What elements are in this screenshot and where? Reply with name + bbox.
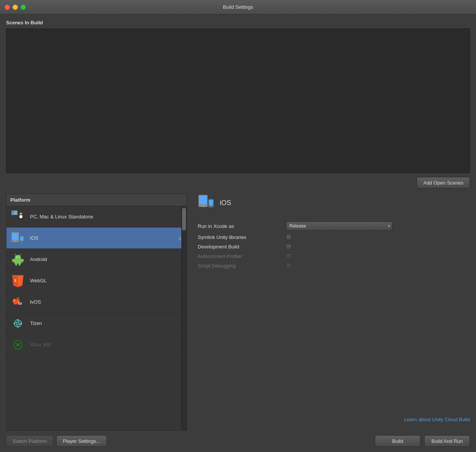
platform-panel: Platform bbox=[6, 194, 187, 447]
svg-rect-3 bbox=[14, 211, 17, 212]
window-title: Build Settings bbox=[223, 4, 253, 10]
setting-row-script-debug: Script Debugging bbox=[198, 263, 470, 269]
svg-rect-13 bbox=[12, 233, 18, 240]
svg-point-11 bbox=[21, 213, 22, 213]
scrollbar-thumb bbox=[182, 208, 186, 231]
tvos-icon: 🍎 tv bbox=[10, 294, 25, 310]
tizen-icon bbox=[10, 316, 25, 331]
svg-rect-40 bbox=[209, 200, 213, 205]
platform-item-tizen[interactable]: Tizen bbox=[6, 313, 187, 334]
symlink-label: Symlink Unity libraries bbox=[198, 234, 281, 240]
svg-rect-37 bbox=[199, 196, 207, 204]
script-debug-checkbox[interactable] bbox=[286, 263, 292, 269]
add-open-scenes-row: Add Open Scenes bbox=[6, 177, 470, 188]
add-open-scenes-button[interactable]: Add Open Scenes bbox=[417, 177, 470, 188]
run-in-xcode-select[interactable]: Debug Release bbox=[286, 221, 392, 231]
scenes-label: Scenes In Build bbox=[6, 20, 470, 25]
main-content: Scenes In Build Add Open Scenes Platform bbox=[0, 14, 476, 452]
setting-row-autoconnect: Autoconnect Profiler bbox=[198, 253, 470, 259]
ios-platform-name: iOS bbox=[30, 235, 38, 241]
platform-item-ios[interactable]: iOS ◁ bbox=[6, 228, 187, 249]
svg-point-10 bbox=[20, 213, 21, 213]
svg-rect-5 bbox=[14, 213, 17, 214]
dev-build-checkbox[interactable] bbox=[286, 244, 292, 250]
svg-point-21 bbox=[19, 256, 19, 257]
svg-point-38 bbox=[202, 205, 204, 207]
build-buttons-row: Build Build And Run bbox=[198, 435, 470, 447]
platform-item-tvos[interactable]: 🍎 tv tvOS bbox=[6, 291, 187, 313]
webgl-icon: 5 bbox=[10, 273, 25, 288]
build-button[interactable]: Build bbox=[375, 435, 420, 447]
pc-icon bbox=[10, 209, 25, 224]
run-in-xcode-select-wrapper: Debug Release bbox=[286, 221, 392, 231]
tizen-platform-name: Tizen bbox=[30, 320, 42, 326]
platform-item-pc[interactable]: PC, Mac & Linux Standalone bbox=[6, 206, 187, 228]
maximize-button[interactable] bbox=[21, 5, 26, 10]
svg-point-20 bbox=[16, 256, 17, 257]
build-and-run-button[interactable]: Build And Run bbox=[424, 435, 470, 447]
svg-point-19 bbox=[15, 255, 21, 259]
close-button[interactable] bbox=[5, 5, 10, 10]
ios-panel-title: iOS bbox=[220, 199, 231, 207]
learn-cloud-build-link[interactable]: Learn about Unity Cloud Build bbox=[404, 417, 470, 428]
autoconnect-checkbox[interactable] bbox=[286, 253, 292, 259]
ios-large-icon bbox=[198, 194, 215, 212]
switch-platform-button[interactable]: Switch Platform bbox=[6, 435, 53, 447]
platform-scrollbar[interactable] bbox=[181, 206, 187, 430]
run-in-xcode-label: Run in Xcode as bbox=[198, 223, 281, 229]
svg-text:tv: tv bbox=[18, 301, 22, 306]
webgl-platform-name: WebGL bbox=[30, 278, 47, 283]
svg-rect-4 bbox=[12, 213, 14, 214]
titlebar: Build Settings bbox=[0, 0, 476, 14]
svg-point-35 bbox=[17, 344, 19, 346]
setting-row-dev-build: Development Build bbox=[198, 244, 470, 250]
platform-label: Platform bbox=[6, 194, 187, 206]
tvos-platform-name: tvOS bbox=[30, 299, 41, 305]
platform-item-xbox360[interactable]: Xbox 360 bbox=[6, 334, 187, 355]
dev-build-label: Development Build bbox=[198, 244, 281, 250]
svg-point-41 bbox=[211, 206, 212, 207]
platform-list: PC, Mac & Linux Standalone bbox=[6, 206, 187, 431]
svg-rect-26 bbox=[15, 263, 17, 266]
right-bottom: Learn about Unity Cloud Build Build Buil… bbox=[198, 417, 470, 447]
script-debug-label: Script Debugging bbox=[198, 263, 281, 269]
xbox360-icon bbox=[10, 337, 25, 352]
svg-line-23 bbox=[20, 254, 21, 255]
scenes-area bbox=[6, 29, 470, 173]
ios-header: iOS bbox=[198, 194, 470, 212]
autoconnect-label: Autoconnect Profiler bbox=[198, 253, 281, 259]
svg-line-22 bbox=[15, 254, 16, 255]
setting-row-run-in-xcode: Run in Xcode as Debug Release bbox=[198, 221, 470, 231]
minimize-button[interactable] bbox=[13, 5, 18, 10]
svg-text:5: 5 bbox=[14, 279, 16, 283]
platform-item-webgl[interactable]: 5 WebGL bbox=[6, 270, 187, 291]
setting-row-symlink: Symlink Unity libraries bbox=[198, 234, 470, 240]
svg-point-17 bbox=[22, 241, 22, 242]
platform-item-android[interactable]: Android bbox=[6, 249, 187, 270]
traffic-lights bbox=[5, 5, 26, 10]
xbox360-platform-name: Xbox 360 bbox=[30, 342, 51, 347]
svg-rect-25 bbox=[22, 259, 24, 262]
pc-platform-name: PC, Mac & Linux Standalone bbox=[30, 214, 93, 220]
right-panel: iOS Run in Xcode as Debug Release S bbox=[187, 194, 470, 447]
svg-rect-24 bbox=[12, 259, 14, 262]
symlink-checkbox[interactable] bbox=[286, 234, 292, 240]
player-settings-button[interactable]: Player Settings... bbox=[56, 435, 106, 447]
android-icon bbox=[10, 252, 25, 267]
svg-point-14 bbox=[15, 240, 16, 242]
platform-bottom: Switch Platform Player Settings... bbox=[6, 431, 187, 447]
android-platform-name: Android bbox=[30, 256, 47, 262]
settings-grid: Run in Xcode as Debug Release Symlink Un… bbox=[198, 221, 470, 417]
lower-section: Platform bbox=[6, 194, 470, 447]
ios-icon bbox=[10, 231, 25, 246]
svg-rect-16 bbox=[20, 236, 24, 241]
svg-rect-2 bbox=[12, 211, 14, 212]
svg-rect-27 bbox=[19, 263, 21, 266]
